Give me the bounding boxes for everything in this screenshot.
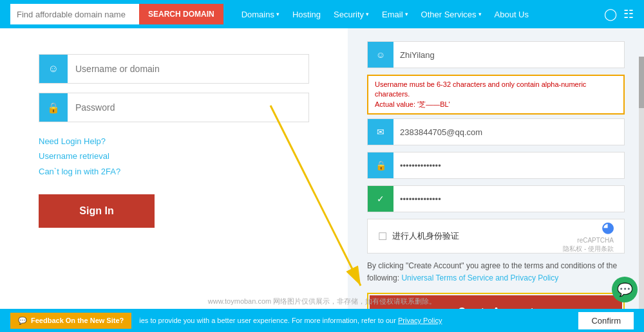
nav-domains[interactable]: Domains ▾ (236, 7, 285, 22)
chat-icon: 💬 (18, 317, 27, 325)
chevron-down-icon: ▾ (366, 11, 369, 17)
nav-about-us[interactable]: About Us (489, 7, 534, 22)
username-input-group: ☺ (39, 54, 309, 84)
cookie-text: ies to provide you with a better user ex… (139, 317, 571, 324)
watermark: www.toymoban.com 网络图片仅供展示，非存储，如有侵权请联系删除。 (208, 297, 436, 306)
login-panel: ☺ 🔒 Need Login Help? Username retrieval … (0, 28, 348, 332)
need-login-help-link[interactable]: Need Login Help? (39, 134, 309, 149)
lock-icon: 🔒 (39, 93, 68, 122)
sign-in-button[interactable]: Sign In (39, 194, 155, 228)
scrollbar-thumb[interactable] (639, 57, 644, 108)
main-content: ☺ 🔒 Need Login Help? Username retrieval … (0, 28, 644, 332)
cookie-bar: 💬 Feedback On the New Site? ies to provi… (0, 309, 644, 332)
reg-confirm-input[interactable] (393, 186, 624, 212)
create-account-panel: ☺ Username must be 6-32 characters and o… (348, 28, 644, 332)
message-icon: 💬 (617, 282, 633, 297)
captcha-box[interactable]: ☐ 进行人机身份验证 ◕ reCAPTCHA 隐私权 - 使用条款 (367, 219, 625, 254)
user-icon[interactable]: ◯ (604, 7, 617, 21)
terms-text: By clicking "Create Account" you agree t… (367, 260, 625, 284)
reg-check-icon: ✓ (368, 186, 393, 212)
captcha-left: ☐ 进行人机身份验证 (378, 230, 459, 243)
reg-username-input[interactable] (393, 42, 624, 68)
reg-lock-icon: 🔒 (368, 152, 393, 178)
chevron-down-icon: ▾ (478, 11, 482, 17)
reg-password-input[interactable] (393, 152, 624, 178)
error-line2: Actual value: '芝——BL' (375, 100, 450, 108)
cart-icon[interactable]: ☷ (623, 7, 634, 21)
search-bar: SEARCH DOMAIN (10, 4, 223, 24)
username-retrieval-link[interactable]: Username retrieval (39, 149, 309, 163)
error-line1: Username must be 6-32 characters and onl… (375, 80, 586, 98)
login-help-links: Need Login Help? Username retrieval Can`… (39, 134, 309, 179)
password-input[interactable] (68, 93, 308, 122)
header: SEARCH DOMAIN Domains ▾ Hosting Security… (0, 0, 644, 28)
nav-email[interactable]: Email ▾ (377, 7, 413, 22)
confirm-button[interactable]: Confirm (578, 312, 634, 329)
terms-link[interactable]: Universal Terms of Service and Privacy P… (401, 273, 558, 282)
reg-confirm-group: ✓ (367, 185, 625, 212)
header-icons: ◯ ☷ (604, 7, 634, 21)
captcha-check-icon: ☐ (378, 230, 387, 243)
reg-username-group: ☺ (367, 41, 625, 68)
captcha-label: 进行人机身份验证 (392, 230, 459, 242)
chevron-down-icon: ▾ (405, 11, 408, 17)
reg-email-group: ✉ (367, 118, 625, 145)
user-icon: ☺ (39, 55, 68, 83)
reg-email-icon: ✉ (368, 119, 393, 145)
password-input-group: 🔒 (39, 93, 309, 122)
nav-hosting[interactable]: Hosting (287, 7, 326, 22)
recaptcha-icon: ◕ (563, 219, 614, 236)
reg-email-input[interactable] (393, 119, 624, 145)
feedback-button[interactable]: 💬 Feedback On the New Site? (10, 313, 131, 329)
scrollbar[interactable] (639, 57, 644, 332)
nav-security[interactable]: Security ▾ (328, 7, 374, 22)
username-input[interactable] (68, 55, 308, 83)
chevron-down-icon: ▾ (276, 11, 279, 17)
reg-password-group: 🔒 (367, 152, 625, 179)
nav-other-services[interactable]: Other Services ▾ (416, 7, 487, 22)
username-error-box: Username must be 6-32 characters and onl… (367, 75, 625, 115)
reg-user-icon: ☺ (368, 42, 393, 68)
chat-bubble-button[interactable]: 💬 (612, 277, 638, 302)
search-button[interactable]: SEARCH DOMAIN (139, 4, 223, 24)
privacy-policy-link[interactable]: Privacy Policy (398, 317, 442, 324)
twofa-link[interactable]: Can`t log in with 2FA? (39, 164, 309, 179)
captcha-right: ◕ reCAPTCHA 隐私权 - 使用条款 (563, 219, 614, 253)
search-input[interactable] (10, 4, 139, 24)
recaptcha-label: reCAPTCHA 隐私权 - 使用条款 (563, 236, 614, 253)
main-nav: Domains ▾ Hosting Security ▾ Email ▾ Oth… (236, 7, 534, 22)
